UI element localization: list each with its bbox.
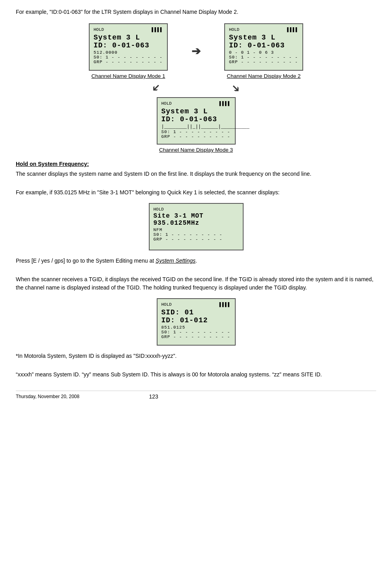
press-suffix: . (195, 258, 197, 264)
lcd-screen-mode1: HOLD ▌▌▌▌ System 3 L ID: 0-01-063 512.00… (89, 23, 168, 71)
lcd-line3-4: NFM (154, 227, 239, 232)
lcd-screen-mode3: HOLD ▌▌▌▌ System 3 L ID: 0-01-063 |_____… (157, 97, 236, 145)
lcd-topbar-4: HOLD (154, 207, 239, 212)
down-arrows-row: ➔ ➔ (16, 83, 376, 93)
lcd-line1-2: System 3 L (229, 34, 298, 41)
lcd-topbar-3: HOLD ▌▌▌▌ (161, 101, 231, 107)
date-label: Thursday, November 20, 2008 (16, 394, 79, 399)
site-display-center: HOLD Site 3-1 MOT 935.0125MHz NFM S0: 1 … (16, 203, 376, 250)
intro-paragraph: For example, "ID:0-01-063" for the LTR S… (16, 8, 376, 16)
lcd-waveform-3: |________||_||______|__________ (161, 124, 231, 130)
lcd-line5-4: GRP - - - - - - - - - - (154, 237, 239, 242)
page-number: 123 (79, 393, 228, 400)
lcd-line3-1: 512.0000 (94, 50, 163, 55)
mode2-display-col: HOLD ▌▌▌▌ System 3 L ID: 0-01-063 0 - 0 … (224, 23, 303, 79)
lcd-line2-4: 935.0125MHz (154, 220, 239, 227)
lcd-line1-3: System 3 L (161, 107, 231, 115)
mode3-display-center: HOLD ▌▌▌▌ System 3 L ID: 0-01-063 |_____… (16, 97, 376, 153)
footnote1: *In Motorola System, System ID is displa… (16, 352, 376, 360)
mode3-label: Channel Name Display Mode 3 (159, 147, 233, 153)
lcd-line2-1: ID: 0-01-063 (94, 41, 163, 49)
lcd-line4-2: S0: 1 - - - - - - - - - (229, 55, 298, 60)
lcd-topbar-1: HOLD ▌▌▌▌ (94, 27, 163, 33)
right-arrow: ➔ (191, 45, 201, 58)
lcd-line4-5: S0: 1 - - - - - - - - - (161, 330, 231, 335)
mode1-mode2-row: HOLD ▌▌▌▌ System 3 L ID: 0-01-063 512.00… (16, 23, 376, 79)
lcd-line2-3: ID: 0-01-063 (161, 115, 231, 123)
lcd-line3-5: 851.0125 (161, 325, 231, 330)
lcd-line5-1: GRP - - - - - - - - - - (94, 60, 163, 64)
lcd-line5-2: GRP - - - - - - - - - - (229, 60, 298, 64)
lcd-screen-mode2: HOLD ▌▌▌▌ System 3 L ID: 0-01-063 0 - 0 … (224, 23, 303, 71)
hold-section-text2: For example, if 935.0125 MHz in "Site 3-… (16, 188, 376, 197)
lcd-line1-5: SID: 01 (161, 308, 231, 316)
signal-icon-1: ▌▌▌▌ (152, 27, 163, 33)
hold-label-5: HOLD (161, 302, 172, 308)
signal-icon-5: ▌▌▌▌ (219, 302, 231, 308)
lcd-line4-3: S0: 1 - - - - - - - - - (161, 130, 231, 134)
lcd-line5-5: GRP - - - - - - - - - - (161, 335, 231, 339)
lcd-line2-5: ID: 01-012 (161, 316, 231, 324)
hold-section-text1: The scanner displays the system name and… (16, 170, 376, 178)
arrow-down-left: ➔ (150, 81, 163, 95)
lcd-line4-1: S0: 1 - - - - - - - - - (94, 55, 163, 60)
press-prefix: Press [E / yes / gps] to go to the Syste… (16, 258, 156, 264)
lcd-topbar-2: HOLD ▌▌▌▌ (229, 27, 298, 33)
lcd-line1-1: System 3 L (94, 34, 163, 41)
press-link: System Settings (156, 258, 195, 264)
hold-label-1: HOLD (94, 27, 104, 33)
lcd-line4-4: S0: 1 - - - - - - - - - (154, 232, 239, 237)
lcd-topbar-5: HOLD ▌▌▌▌ (161, 302, 231, 308)
footnote2: “xxxxh” means System ID. “yy” means Sub … (16, 370, 376, 379)
hold-label-4: HOLD (154, 207, 164, 212)
press-text: Press [E / yes / gps] to go to the Syste… (16, 257, 376, 265)
lcd-line2-2: ID: 0-01-063 (229, 41, 298, 49)
lcd-line3-2: 0 - 0 1 - 0 6 3 (229, 50, 298, 55)
lcd-screen-sid: HOLD ▌▌▌▌ SID: 01 ID: 01-012 851.0125 S0… (157, 298, 236, 346)
mode1-display-col: HOLD ▌▌▌▌ System 3 L ID: 0-01-063 512.00… (89, 23, 168, 79)
lcd-line1-4: Site 3-1 MOT (154, 212, 239, 220)
hold-section-title: Hold on System Frequency: (16, 160, 376, 168)
sid-display-center: HOLD ▌▌▌▌ SID: 01 ID: 01-012 851.0125 S0… (16, 298, 376, 346)
tgid-paragraph: When the scanner receives a TGID, it dis… (16, 275, 376, 292)
hold-label-3: HOLD (161, 101, 172, 107)
lcd-screen-site: HOLD Site 3-1 MOT 935.0125MHz NFM S0: 1 … (149, 203, 244, 250)
hold-label-2: HOLD (229, 27, 239, 33)
page-content: For example, "ID:0-01-063" for the LTR S… (16, 8, 376, 400)
signal-icon-2: ▌▌▌▌ (287, 27, 298, 33)
arrow-down-right: ➔ (229, 81, 243, 95)
signal-icon-3: ▌▌▌▌ (219, 101, 231, 107)
mode1-label: Channel Name Display Mode 1 (92, 73, 165, 79)
mode2-label: Channel Name Display Mode 2 (227, 73, 301, 79)
lcd-line5-3: GRP - - - - - - - - - - (161, 134, 231, 139)
bottom-bar: Thursday, November 20, 2008 123 (16, 391, 376, 400)
